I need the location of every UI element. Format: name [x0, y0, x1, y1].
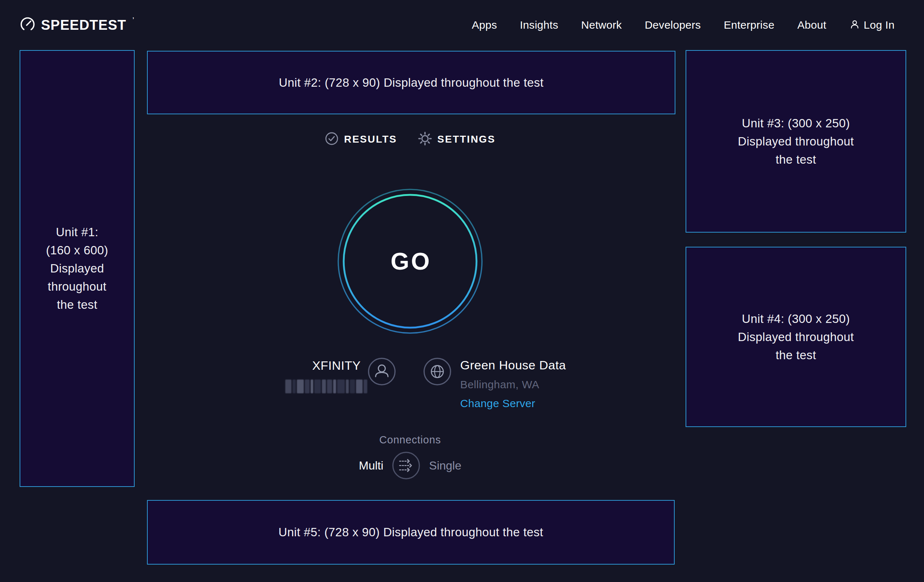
login-label: Log In [864, 19, 894, 31]
check-circle-icon [325, 132, 338, 147]
go-button[interactable]: GO [337, 188, 483, 335]
ad-unit-2-text: Unit #2: (728 x 90) Displayed throughout… [279, 74, 544, 92]
tab-results[interactable]: RESULTS [325, 132, 397, 147]
gear-icon [418, 132, 432, 147]
speedtest-logo[interactable]: SPEEDTEST ’ [20, 16, 133, 34]
server-globe-icon [423, 358, 452, 386]
tab-settings-label: SETTINGS [437, 134, 495, 145]
speedtest-page: SPEEDTEST ’ Apps Insights Network Develo… [0, 0, 924, 582]
connections-single-option[interactable]: Single [429, 459, 461, 472]
connections-label: Connections [134, 434, 686, 446]
nav-item-about[interactable]: About [797, 19, 827, 31]
go-button-label: GO [337, 188, 483, 335]
ad-unit-3-rectangle-top[interactable]: Unit #3: (300 x 250) Displayed throughou… [686, 50, 906, 232]
server-name: Green House Data [460, 358, 566, 372]
tab-settings[interactable]: SETTINGS [418, 132, 495, 147]
ad-unit-4-rectangle-bottom[interactable]: Unit #4: (300 x 250) Displayed throughou… [686, 247, 906, 427]
isp-user-icon [368, 358, 396, 386]
server-location: Bellingham, WA [460, 378, 566, 391]
change-server-link[interactable]: Change Server [460, 397, 566, 410]
speedometer-gauge-icon [20, 16, 36, 34]
main-nav-links: Apps Insights Network Developers Enterpr… [472, 19, 894, 31]
ad-unit-4-text: Unit #4: (300 x 250) Displayed throughou… [738, 310, 854, 364]
ad-unit-1-text: Unit #1: (160 x 600) Displayed throughou… [46, 223, 108, 314]
brand-name: SPEEDTEST [41, 18, 126, 32]
brand-trademark: ’ [132, 17, 134, 23]
login-button[interactable]: Log In [849, 19, 894, 31]
nav-item-developers[interactable]: Developers [645, 19, 701, 31]
connections-multi-option[interactable]: Multi [359, 459, 384, 472]
connections-toggle-row: Multi Single [134, 452, 686, 480]
nav-item-network[interactable]: Network [581, 19, 622, 31]
ad-unit-5-leaderboard-bottom[interactable]: Unit #5: (728 x 90) Displayed throughout… [147, 500, 675, 565]
isp-ip-redacted [285, 379, 367, 393]
nav-item-insights[interactable]: Insights [520, 19, 558, 31]
top-navigation-bar: SPEEDTEST ’ Apps Insights Network Develo… [0, 0, 924, 50]
connections-toggle-icon[interactable] [392, 452, 420, 480]
nav-item-apps[interactable]: Apps [472, 19, 497, 31]
ad-unit-3-text: Unit #3: (300 x 250) Displayed throughou… [738, 114, 854, 169]
tabs-row: RESULTS SETTING [134, 130, 686, 149]
isp-name: XFINITY [312, 358, 361, 373]
ad-unit-2-leaderboard-top[interactable]: Unit #2: (728 x 90) Displayed throughout… [147, 51, 675, 114]
server-info: Green House Data Bellingham, WA Change S… [460, 358, 566, 410]
tab-results-label: RESULTS [344, 134, 397, 145]
user-icon [849, 19, 860, 31]
nav-item-enterprise[interactable]: Enterprise [724, 19, 774, 31]
ad-unit-5-text: Unit #5: (728 x 90) Displayed throughout… [278, 523, 543, 541]
ad-unit-1-skyscraper[interactable]: Unit #1: (160 x 600) Displayed throughou… [20, 50, 135, 487]
